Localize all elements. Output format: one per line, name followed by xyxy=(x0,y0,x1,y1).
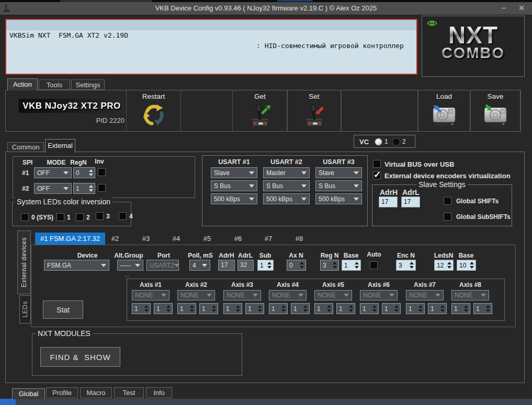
global-subshifts-checkbox[interactable] xyxy=(444,213,451,221)
set-button[interactable]: Set xyxy=(287,90,342,131)
dropdown-arrow-icon xyxy=(202,264,207,267)
ledsn-spinner[interactable]: 12 xyxy=(434,260,454,271)
spi-header: SPI xyxy=(22,159,32,166)
slave-settings-title: Slave Settings xyxy=(416,180,468,189)
axis1-label: Axis #1 xyxy=(132,281,169,288)
vc-radio-1[interactable] xyxy=(374,137,383,146)
led1-checkbox[interactable] xyxy=(56,213,64,221)
tab-settings[interactable]: Settings xyxy=(71,79,105,90)
spinner-arrows-icon xyxy=(486,305,492,312)
base1-spinner[interactable]: 1 xyxy=(342,260,361,271)
alt-group-select[interactable]: ----- xyxy=(117,260,143,271)
axis8-label: Axis #8 xyxy=(451,281,489,288)
device-tab-2[interactable]: #2 xyxy=(105,233,126,245)
device-tab-7[interactable]: #7 xyxy=(258,233,279,245)
load-button[interactable]: Load xyxy=(417,90,471,131)
auto-label: Auto xyxy=(364,251,384,258)
device-id-text: VKBSim NXT FSM.GA XT2 v2.19D xyxy=(9,30,128,41)
led4-checkbox[interactable] xyxy=(119,212,127,220)
axn-spinner: 0 xyxy=(287,260,306,271)
encoders-virtualization-checkbox[interactable] xyxy=(373,171,381,179)
logo-text-bottom: COMBO xyxy=(422,44,524,62)
usart3-bus-select[interactable]: S Bus xyxy=(315,180,362,191)
usart1-speed-select[interactable]: 500 kBps xyxy=(211,193,257,204)
spi1-mode-select[interactable]: OFF xyxy=(34,167,72,178)
tab-tools[interactable]: Tools xyxy=(39,79,70,90)
spinner-arrows-icon[interactable] xyxy=(410,262,415,269)
dropdown-arrow-icon xyxy=(174,264,179,267)
device-tab-1[interactable]: #1 FSM.GA 2:17.32 xyxy=(35,233,105,245)
spinner-arrows-icon[interactable] xyxy=(447,262,453,269)
spi2-inv-checkbox[interactable] xyxy=(98,184,106,192)
tab-external[interactable]: External xyxy=(45,139,75,153)
stat-button[interactable]: Stat xyxy=(43,300,83,319)
save-label: Save xyxy=(470,92,520,100)
tab-info[interactable]: Info xyxy=(146,387,172,398)
led2-checkbox[interactable] xyxy=(76,213,84,221)
led0-checkbox[interactable] xyxy=(21,213,29,221)
spinner-arrows-icon[interactable] xyxy=(89,185,95,192)
spinner-arrows-icon xyxy=(394,305,400,312)
spi2-regn-spinner[interactable]: 1 xyxy=(73,183,95,194)
tab-common[interactable]: Common xyxy=(7,142,44,152)
spinner-arrows-icon xyxy=(166,305,172,312)
usart2-speed-select[interactable]: 500 kBps xyxy=(263,193,310,204)
virtual-bus-checkbox[interactable] xyxy=(373,160,381,168)
spi1-regn-spinner[interactable]: 0 xyxy=(73,167,95,178)
spi2-mode-select[interactable]: OFF xyxy=(34,183,72,194)
device-tab-5[interactable]: #5 xyxy=(197,233,218,245)
device-select[interactable]: FSM.GA xyxy=(44,260,109,271)
find-show-button[interactable]: FIND & SHOW xyxy=(40,347,120,367)
dropdown-arrow-icon xyxy=(161,294,166,297)
device-tab-8[interactable]: #8 xyxy=(289,233,310,245)
tab-test[interactable]: Test xyxy=(114,387,144,398)
tab-profile[interactable]: Profile xyxy=(46,387,78,398)
empty-cell xyxy=(341,90,418,131)
spinner-arrows-icon[interactable] xyxy=(470,262,476,269)
dropdown-arrow-icon xyxy=(389,294,394,297)
tab-global[interactable]: Global xyxy=(12,388,45,399)
usart3-speed-select[interactable]: 500 kBps xyxy=(315,193,362,204)
usart2-title: USART #2 xyxy=(263,158,310,166)
spinner-arrows-icon xyxy=(144,305,150,312)
spinner-arrows-icon[interactable] xyxy=(355,262,360,269)
regn-spinner: 3 xyxy=(320,260,339,271)
poll-select[interactable]: 4 xyxy=(189,260,210,271)
tab-action[interactable]: Action xyxy=(7,78,38,90)
adrl-input[interactable]: 17 xyxy=(401,196,420,207)
side-tab-leds[interactable]: LEDs xyxy=(19,295,31,323)
usart2-bus-select[interactable]: S Bus xyxy=(263,180,310,191)
spinner-arrows-icon[interactable] xyxy=(89,169,95,176)
regn-header: RegN xyxy=(68,159,89,166)
usart1-mode-select[interactable]: Slave xyxy=(211,167,257,178)
led3-checkbox[interactable] xyxy=(96,212,104,220)
usart2-mode-select[interactable]: Master xyxy=(263,167,310,178)
spinner-arrows-icon[interactable] xyxy=(267,262,273,269)
auto-checkbox[interactable] xyxy=(370,261,378,269)
get-button[interactable]: Get xyxy=(232,90,288,131)
encn-spinner[interactable]: 3 xyxy=(396,260,416,271)
load-disk-icon xyxy=(418,103,470,127)
virtual-bus-label: Virtual BUS over USB xyxy=(384,160,454,168)
spi1-inv-checkbox[interactable] xyxy=(98,168,106,176)
adrh-col-label: AdrH xyxy=(216,252,237,259)
spinner-arrows-icon xyxy=(212,305,218,312)
adrh-input[interactable]: 17 xyxy=(379,196,398,207)
device-tab-3[interactable]: #3 xyxy=(135,233,156,245)
vc-radio-2[interactable] xyxy=(392,137,401,146)
save-button[interactable]: Save xyxy=(470,90,521,131)
device-tab-4[interactable]: #4 xyxy=(166,233,187,245)
side-tab-external-devices[interactable]: External devices xyxy=(17,230,31,294)
restart-button[interactable]: Restart xyxy=(126,90,181,131)
nxt-combo-logo: NXT COMBO xyxy=(422,24,524,62)
device-tab-6[interactable]: #6 xyxy=(228,233,248,245)
sub-spinner[interactable]: 1 xyxy=(257,260,274,271)
close-button[interactable]: ✕ xyxy=(514,3,529,13)
usart1-bus-select[interactable]: S Bus xyxy=(211,180,257,191)
led4-label: 4 xyxy=(129,213,133,220)
global-shifts-checkbox[interactable] xyxy=(444,197,451,205)
minimize-button[interactable]: – xyxy=(496,3,512,13)
tab-macro[interactable]: Macro xyxy=(80,387,112,398)
usart3-mode-select[interactable]: Slave xyxy=(315,167,362,178)
base2-spinner[interactable]: 10 xyxy=(457,260,476,271)
